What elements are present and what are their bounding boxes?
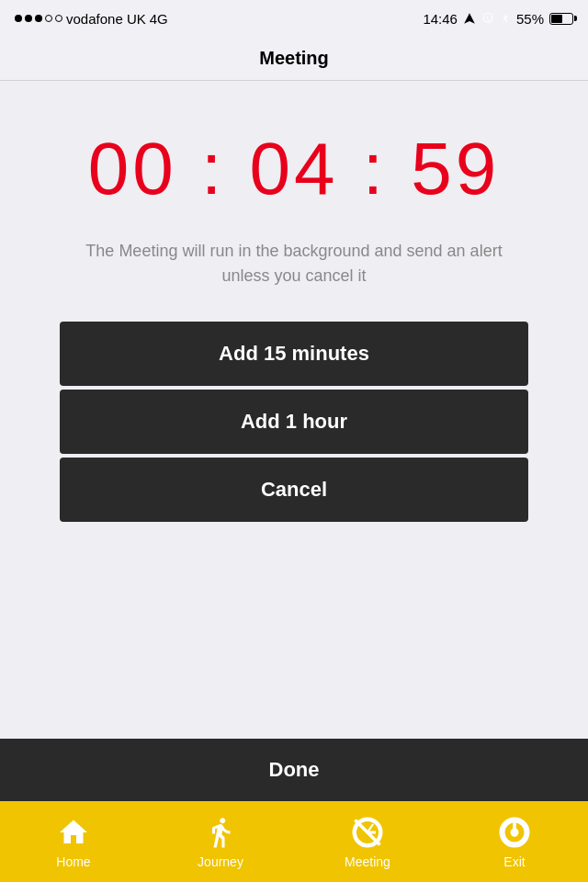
timer-separator-1: :: [201, 128, 225, 209]
action-buttons: Add 15 minutes Add 1 hour Cancel: [60, 322, 528, 522]
tab-meeting[interactable]: Meeting: [294, 814, 441, 869]
timer-separator-2: :: [363, 128, 387, 209]
tab-home-label: Home: [56, 854, 90, 869]
nav-bar: Meeting: [0, 37, 588, 81]
home-icon: [55, 814, 92, 851]
dot1: [15, 15, 22, 22]
bluetooth-icon: [500, 12, 511, 25]
dot2: [25, 15, 32, 22]
tab-home[interactable]: Home: [0, 814, 147, 869]
alarm-icon: [481, 12, 494, 25]
tab-exit-label: Exit: [503, 854, 525, 869]
done-label: Done: [269, 758, 320, 782]
timer-display: 00 : 04 : 59: [88, 127, 500, 211]
network-label: 4G: [150, 11, 168, 27]
main-content: 00 : 04 : 59 The Meeting will run in the…: [0, 81, 588, 739]
nav-title: Meeting: [259, 48, 329, 69]
done-bar[interactable]: Done: [0, 739, 588, 801]
signal-dots: [15, 15, 62, 22]
timer-hours: 00: [88, 128, 177, 209]
tab-journey-label: Journey: [198, 854, 243, 869]
status-left: vodafone UK 4G: [15, 11, 168, 27]
tab-meeting-label: Meeting: [345, 854, 390, 869]
carrier-label: vodafone UK: [66, 11, 146, 27]
meeting-icon: [349, 814, 386, 851]
tab-journey[interactable]: Journey: [147, 814, 294, 869]
location-icon: [463, 12, 476, 25]
timer-minutes: 04: [250, 128, 339, 209]
cancel-button[interactable]: Cancel: [60, 458, 528, 522]
battery-icon: [549, 13, 573, 25]
dot3: [35, 15, 42, 22]
tab-bar: Home Journey Meeting: [0, 801, 588, 882]
add-1-hour-button[interactable]: Add 1 hour: [60, 390, 528, 454]
status-bar: vodafone UK 4G 14:46 55%: [0, 0, 588, 37]
tab-exit[interactable]: Exit: [441, 814, 588, 869]
exit-icon: [496, 814, 533, 851]
timer-seconds: 59: [411, 128, 500, 209]
battery-percent: 55%: [516, 11, 544, 27]
time-label: 14:46: [423, 11, 458, 27]
dot5: [55, 15, 62, 22]
status-right: 14:46 55%: [423, 11, 573, 27]
add-15-minutes-button[interactable]: Add 15 minutes: [60, 322, 528, 386]
journey-icon: [202, 814, 239, 851]
dot4: [45, 15, 52, 22]
description-text: The Meeting will run in the background a…: [64, 239, 524, 288]
